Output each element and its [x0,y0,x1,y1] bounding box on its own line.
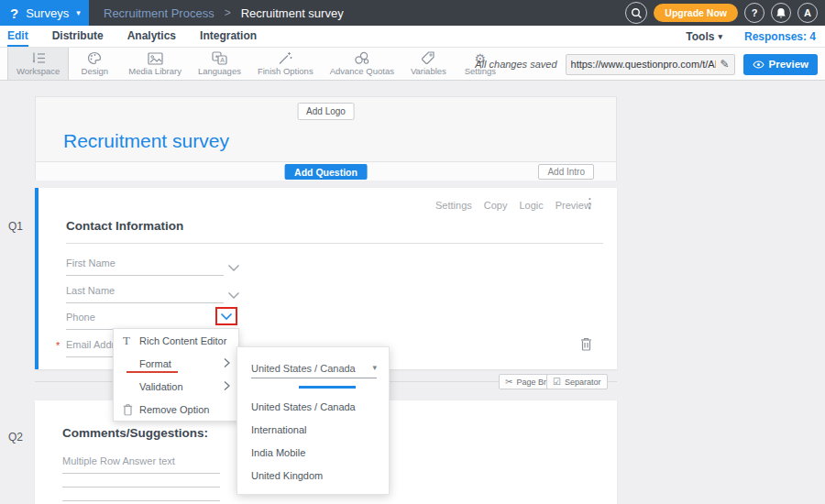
separator-label: Separator [565,378,601,387]
search-icon [631,7,643,19]
format-option-international[interactable]: International [237,418,389,441]
questionpro-logo-icon: ? [10,6,18,20]
add-logo-button[interactable]: Add Logo [297,103,355,120]
nav-right: Tools ▾ Responses: 4 [686,26,816,48]
chain-links-icon [354,51,369,65]
top-bar: ? Surveys ▾ Recruitment Process > Recrui… [0,0,825,26]
avatar-initial: A [804,7,811,18]
eye-icon [753,60,764,69]
survey-title[interactable]: Recruitment survey [63,130,229,152]
contact-field-first-name[interactable]: First Name [66,257,116,268]
menu-item-remove-option[interactable]: Remove Option [114,398,238,421]
required-asterisk: * [56,340,60,351]
notifications-button[interactable] [771,3,791,23]
row-option-context-menu: T Rich Content Editor Format Validation … [113,328,239,422]
first-name-dropdown-chevron[interactable] [227,259,240,276]
surveys-product-switcher[interactable]: ? Surveys ▾ [0,0,89,26]
topbar-actions: Upgrade Now ? A [625,0,818,26]
upgrade-now-button[interactable]: Upgrade Now [654,4,738,22]
last-name-dropdown-chevron[interactable] [227,287,240,303]
q2-answer-placeholder[interactable]: Multiple Row Answer text [62,455,175,466]
toolbar-item-label: Finish Options [258,66,314,76]
breadcrumb-separator: > [225,6,231,19]
questionpro-survey-editor: ? Surveys ▾ Recruitment Process > Recrui… [0,0,825,504]
chevron-down-icon: ▾ [718,33,722,41]
survey-nav-bar: Edit Distribute Analytics Integration To… [0,26,825,48]
scissors-icon: ✂ [505,378,512,387]
breadcrumb-current-survey: Recruitment survey [241,6,344,20]
chevron-down-icon [227,291,240,300]
add-intro-button[interactable]: Add Intro [538,164,594,180]
chevron-down-icon [227,264,240,272]
last-name-input-line [66,302,224,303]
survey-url-field: ✎ [566,54,735,75]
rich-text-icon: T [123,334,130,348]
search-button[interactable] [625,2,647,24]
q1-copy-link[interactable]: Copy [484,200,508,211]
phone-format-options: United States / Canada International Ind… [237,395,389,487]
tab-distribute[interactable]: Distribute [52,26,104,47]
toolbar-item-label: Variables [411,66,446,76]
account-avatar[interactable]: A [798,3,818,23]
menu-item-label: Validation [139,381,183,392]
toolbar-item-workspace[interactable]: Workspace [7,48,69,80]
separator-button[interactable]: ☑ Separator [546,374,608,389]
q1-logic-link[interactable]: Logic [519,200,543,211]
menu-item-label: Format [139,358,171,369]
menu-item-rich-content-editor[interactable]: T Rich Content Editor [114,329,238,352]
question-number-q2: Q2 [8,431,23,444]
contact-field-phone[interactable]: Phone [66,312,95,323]
toolbar-item-advance-quotas[interactable]: Advance Quotas [322,48,402,80]
tab-edit[interactable]: Edit [7,26,28,47]
q2-answer-line-3 [62,500,220,501]
q1-question-title[interactable]: Contact Information [66,219,183,233]
tab-integration[interactable]: Integration [200,26,257,47]
nav-tabs: Edit Distribute Analytics Integration [7,26,257,47]
product-name: Surveys [26,6,69,20]
separator-box-icon: ☑ [553,378,561,387]
chevron-down-icon [220,312,233,321]
menu-item-label: Remove Option [139,404,209,415]
toolbar-right: All changes saved ✎ Preview [475,48,818,81]
first-name-input-line [66,275,224,276]
edit-url-pencil-icon[interactable]: ✎ [720,58,729,71]
toolbar-item-design[interactable]: Design [69,48,120,80]
format-option-united-kingdom[interactable]: United Kingdom [237,464,389,487]
tab-analytics[interactable]: Analytics [127,26,176,47]
autosave-status: All changes saved [475,59,556,70]
toolbar-item-media-library[interactable]: Media Library [120,48,190,80]
phone-format-select[interactable]: United States / Canada ▾ [251,358,377,378]
delete-question-trash-icon[interactable] [580,337,592,355]
toolbar-item-finish-options[interactable]: Finish Options [249,48,322,80]
contact-field-last-name[interactable]: Last Name [66,285,115,296]
survey-url-input[interactable] [571,59,717,70]
q1-more-options-kebab-icon[interactable]: ⋮ [583,196,597,210]
magic-wand-icon [278,51,292,65]
q2-answer-line-2 [62,487,220,488]
phone-format-selected-value: United States / Canada [251,363,356,374]
tag-icon [421,51,435,65]
toolbar-item-label: Advance Quotas [330,66,394,76]
format-option-india-mobile[interactable]: India Mobile [237,441,389,464]
q1-title-underline [66,243,603,244]
toolbar-item-languages[interactable]: A✶ Languages [190,48,249,80]
image-icon [148,51,163,65]
chevron-down-icon: ▾ [76,9,81,17]
tools-label: Tools [686,30,714,43]
tools-menu[interactable]: Tools ▾ [686,30,722,43]
help-button[interactable]: ? [744,3,764,23]
responses-link[interactable]: Responses: 4 [744,30,816,43]
format-option-us-canada[interactable]: United States / Canada [237,395,389,418]
add-question-button[interactable]: Add Question [284,164,368,180]
phone-dropdown-chevron-highlighted[interactable] [215,307,237,325]
chevron-right-icon [224,380,230,392]
breadcrumb-folder-link[interactable]: Recruitment Process [104,6,214,20]
toolbar-item-variables[interactable]: Variables [402,48,455,80]
toolbar-item-label: Languages [198,66,241,76]
survey-header-card: Add Logo Recruitment survey Add Question… [35,96,617,181]
preview-button[interactable]: Preview [743,54,818,75]
menu-item-validation[interactable]: Validation [114,375,238,398]
q1-settings-link[interactable]: Settings [435,200,472,211]
q2-answer-line-1 [62,473,220,474]
q2-question-title[interactable]: Comments/Suggestions: [62,426,208,440]
